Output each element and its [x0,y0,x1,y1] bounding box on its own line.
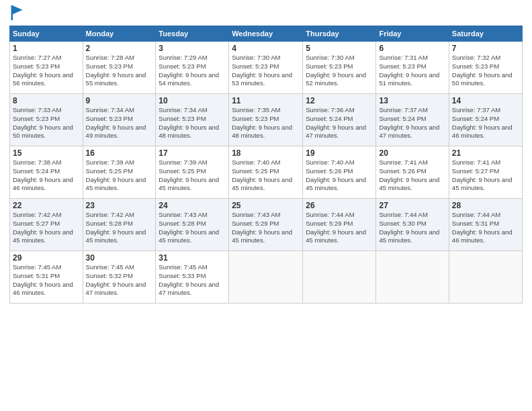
day-info: Sunrise: 7:29 AMSunset: 5:23 PMDaylight:… [159,54,219,87]
day-number: 25 [232,201,300,210]
calendar-week-row: 22 Sunrise: 7:42 AMSunset: 5:27 PMDaylig… [10,199,523,251]
col-thursday: Thursday [303,26,376,42]
day-info: Sunrise: 7:42 AMSunset: 5:28 PMDaylight:… [86,211,146,244]
calendar-cell: 11 Sunrise: 7:35 AMSunset: 5:23 PMDaylig… [229,94,303,146]
calendar-cell: 29 Sunrise: 7:45 AMSunset: 5:31 PMDaylig… [10,251,83,304]
col-sunday: Sunday [10,26,83,42]
day-info: Sunrise: 7:41 AMSunset: 5:26 PMDaylight:… [379,158,439,191]
calendar-cell: 15 Sunrise: 7:38 AMSunset: 5:24 PMDaylig… [10,146,83,199]
calendar-cell: 9 Sunrise: 7:34 AMSunset: 5:23 PMDayligh… [83,94,156,146]
col-saturday: Saturday [449,26,522,42]
calendar-cell: 25 Sunrise: 7:43 AMSunset: 5:29 PMDaylig… [229,199,303,251]
calendar-week-row: 29 Sunrise: 7:45 AMSunset: 5:31 PMDaylig… [10,251,523,304]
calendar-table: Sunday Monday Tuesday Wednesday Thursday… [9,26,523,304]
calendar-cell: 10 Sunrise: 7:34 AMSunset: 5:23 PMDaylig… [156,94,229,146]
calendar-cell: 23 Sunrise: 7:42 AMSunset: 5:28 PMDaylig… [83,199,156,251]
calendar-cell: 21 Sunrise: 7:41 AMSunset: 5:27 PMDaylig… [449,146,522,199]
day-number: 6 [379,44,445,53]
day-info: Sunrise: 7:43 AMSunset: 5:28 PMDaylight:… [159,211,219,244]
calendar-cell: 2 Sunrise: 7:28 AMSunset: 5:23 PMDayligh… [83,42,156,94]
calendar-cell [303,251,376,304]
day-number: 10 [159,96,226,105]
calendar-cell: 6 Sunrise: 7:31 AMSunset: 5:23 PMDayligh… [376,42,449,94]
day-number: 21 [452,148,519,158]
day-number: 2 [86,44,153,53]
day-info: Sunrise: 7:44 AMSunset: 5:31 PMDaylight:… [452,211,513,244]
svg-rect-1 [11,5,13,20]
calendar-cell: 20 Sunrise: 7:41 AMSunset: 5:26 PMDaylig… [376,146,449,199]
day-info: Sunrise: 7:45 AMSunset: 5:31 PMDaylight:… [13,263,73,296]
day-info: Sunrise: 7:30 AMSunset: 5:23 PMDaylight:… [232,54,292,87]
day-number: 23 [86,201,153,210]
col-monday: Monday [83,26,156,42]
day-number: 4 [232,44,300,53]
logo [9,7,23,21]
day-number: 30 [86,253,153,263]
calendar-cell: 13 Sunrise: 7:37 AMSunset: 5:24 PMDaylig… [376,94,449,146]
day-number: 17 [159,148,226,158]
calendar-cell: 22 Sunrise: 7:42 AMSunset: 5:27 PMDaylig… [10,199,83,251]
day-number: 22 [13,201,80,210]
day-info: Sunrise: 7:34 AMSunset: 5:23 PMDaylight:… [159,106,219,139]
calendar-cell: 18 Sunrise: 7:40 AMSunset: 5:25 PMDaylig… [229,146,303,199]
calendar-cell: 12 Sunrise: 7:36 AMSunset: 5:24 PMDaylig… [303,94,376,146]
day-number: 29 [13,253,80,263]
day-info: Sunrise: 7:42 AMSunset: 5:27 PMDaylight:… [13,211,73,244]
day-info: Sunrise: 7:45 AMSunset: 5:32 PMDaylight:… [86,263,146,296]
day-info: Sunrise: 7:33 AMSunset: 5:23 PMDaylight:… [13,106,73,139]
day-number: 24 [159,201,226,210]
logo-flag-icon [11,5,23,20]
calendar-cell: 28 Sunrise: 7:44 AMSunset: 5:31 PMDaylig… [449,199,522,251]
col-friday: Friday [376,26,449,42]
day-number: 27 [379,201,445,210]
calendar-cell: 31 Sunrise: 7:45 AMSunset: 5:33 PMDaylig… [156,251,229,304]
day-info: Sunrise: 7:36 AMSunset: 5:24 PMDaylight:… [306,106,366,139]
day-info: Sunrise: 7:40 AMSunset: 5:26 PMDaylight:… [306,158,366,191]
day-info: Sunrise: 7:37 AMSunset: 5:24 PMDaylight:… [379,106,439,139]
day-number: 28 [452,201,519,210]
calendar-cell: 4 Sunrise: 7:30 AMSunset: 5:23 PMDayligh… [229,42,303,94]
day-number: 19 [306,148,373,158]
calendar-cell: 24 Sunrise: 7:43 AMSunset: 5:28 PMDaylig… [156,199,229,251]
day-number: 20 [379,148,445,158]
day-info: Sunrise: 7:41 AMSunset: 5:27 PMDaylight:… [452,158,513,191]
svg-marker-0 [12,5,22,15]
day-number: 14 [452,96,519,105]
col-wednesday: Wednesday [229,26,303,42]
calendar-week-row: 1 Sunrise: 7:27 AMSunset: 5:23 PMDayligh… [10,42,523,94]
day-number: 31 [159,253,226,263]
day-info: Sunrise: 7:43 AMSunset: 5:29 PMDaylight:… [232,211,292,244]
day-info: Sunrise: 7:28 AMSunset: 5:23 PMDaylight:… [86,54,146,87]
calendar-cell: 27 Sunrise: 7:44 AMSunset: 5:30 PMDaylig… [376,199,449,251]
day-info: Sunrise: 7:44 AMSunset: 5:29 PMDaylight:… [306,211,366,244]
day-info: Sunrise: 7:27 AMSunset: 5:23 PMDaylight:… [13,54,73,87]
day-number: 15 [13,148,80,158]
day-info: Sunrise: 7:37 AMSunset: 5:24 PMDaylight:… [452,106,513,139]
calendar-week-row: 15 Sunrise: 7:38 AMSunset: 5:24 PMDaylig… [10,146,523,199]
day-info: Sunrise: 7:39 AMSunset: 5:25 PMDaylight:… [86,158,146,191]
day-info: Sunrise: 7:30 AMSunset: 5:23 PMDaylight:… [306,54,366,87]
day-info: Sunrise: 7:39 AMSunset: 5:25 PMDaylight:… [159,158,219,191]
day-number: 8 [13,96,80,105]
day-number: 7 [452,44,519,53]
day-number: 18 [232,148,300,158]
day-number: 1 [13,44,80,53]
calendar-cell: 7 Sunrise: 7:32 AMSunset: 5:23 PMDayligh… [449,42,522,94]
day-info: Sunrise: 7:35 AMSunset: 5:23 PMDaylight:… [232,106,292,139]
page-header [9,7,523,21]
calendar-cell [449,251,522,304]
calendar-cell: 8 Sunrise: 7:33 AMSunset: 5:23 PMDayligh… [10,94,83,146]
calendar-cell: 17 Sunrise: 7:39 AMSunset: 5:25 PMDaylig… [156,146,229,199]
calendar-cell [229,251,303,304]
day-number: 9 [86,96,153,105]
calendar-cell: 5 Sunrise: 7:30 AMSunset: 5:23 PMDayligh… [303,42,376,94]
day-info: Sunrise: 7:38 AMSunset: 5:24 PMDaylight:… [13,158,73,191]
calendar-cell: 16 Sunrise: 7:39 AMSunset: 5:25 PMDaylig… [83,146,156,199]
day-number: 5 [306,44,373,53]
day-number: 13 [379,96,445,105]
day-info: Sunrise: 7:45 AMSunset: 5:33 PMDaylight:… [159,263,219,296]
calendar-cell: 14 Sunrise: 7:37 AMSunset: 5:24 PMDaylig… [449,94,522,146]
day-info: Sunrise: 7:34 AMSunset: 5:23 PMDaylight:… [86,106,146,139]
day-info: Sunrise: 7:31 AMSunset: 5:23 PMDaylight:… [379,54,439,87]
day-info: Sunrise: 7:40 AMSunset: 5:25 PMDaylight:… [232,158,292,191]
